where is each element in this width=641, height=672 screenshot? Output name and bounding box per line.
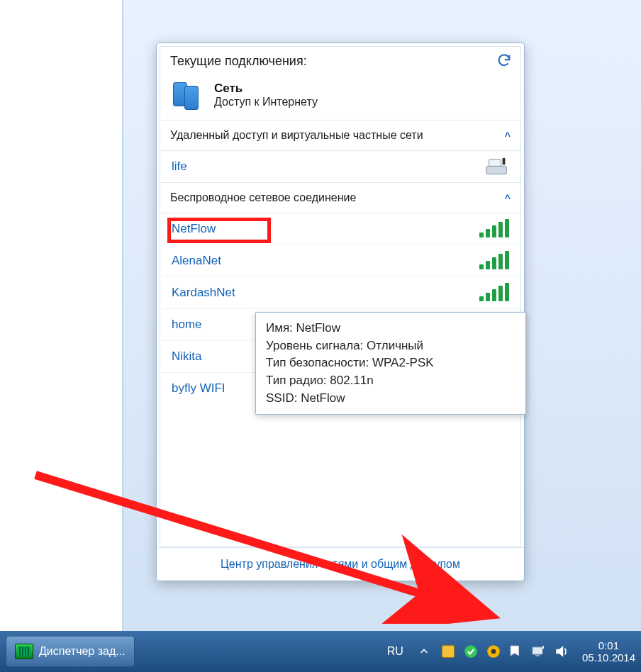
modem-icon [484, 157, 511, 177]
svg-rect-0 [486, 166, 507, 174]
clock-time: 0:01 [582, 639, 635, 651]
chevron-up-icon: ^ [505, 193, 511, 204]
wifi-item-label: home [172, 318, 202, 331]
wifi-item-label: byfly WIFI [172, 381, 225, 395]
action-center-icon[interactable] [508, 644, 524, 659]
current-connections-header: Текущие подключения: [160, 47, 520, 76]
svg-rect-2 [503, 158, 506, 165]
volume-icon[interactable] [554, 644, 569, 659]
wifi-item-alenanet[interactable]: AlenaNet [160, 245, 520, 276]
wifi-item-label: AlenaNet [172, 254, 221, 267]
chevron-up-icon: ^ [505, 130, 511, 142]
network-tray-icon[interactable] [531, 644, 547, 659]
dialup-item-label: life [172, 159, 187, 173]
svg-rect-11 [542, 646, 544, 649]
network-list-scroll[interactable]: Текущие подключения: Сеть Доступ к Интер… [160, 46, 521, 547]
tray-app-icon-2[interactable] [463, 644, 479, 659]
left-panel [0, 0, 123, 672]
network-name: Сеть [214, 82, 318, 96]
taskbar-button-task-manager[interactable]: Диспетчер зад... [6, 636, 135, 667]
svg-point-6 [464, 645, 477, 658]
wifi-item-label: Nikita [172, 349, 202, 363]
current-connection-row: Сеть Доступ к Интернету [160, 76, 520, 120]
dialup-vpn-section[interactable]: Удаленный доступ и виртуальные частные с… [160, 121, 520, 150]
svg-point-8 [491, 649, 496, 654]
clock-date: 05.10.2014 [582, 651, 635, 663]
network-sharing-center-link[interactable]: Центр управления сетями и общим доступом [157, 547, 524, 581]
svg-rect-5 [442, 645, 455, 658]
wireless-section-label: Беспроводное сетевое соединение [170, 191, 356, 203]
svg-rect-9 [533, 647, 542, 654]
svg-rect-10 [535, 655, 540, 656]
network-computers-icon [172, 80, 204, 110]
wifi-item-label: KardashNet [172, 286, 235, 299]
svg-rect-1 [489, 159, 501, 167]
refresh-icon[interactable] [496, 52, 512, 68]
network-status: Доступ к Интернету [214, 96, 318, 108]
wifi-signal-icon [479, 284, 509, 305]
tray-chevron-icon[interactable] [416, 644, 432, 659]
taskbar: Диспетчер зад... RU [0, 631, 641, 672]
wifi-item-kardashnet[interactable]: KardashNet [160, 276, 520, 308]
network-tooltip: Имя: NetFlow Уровень сигнала: Отличный Т… [255, 312, 526, 415]
dialup-item-life[interactable]: life [160, 150, 520, 182]
taskbar-clock[interactable]: 0:01 05.10.2014 [578, 639, 635, 664]
wifi-item-label: NetFlow [172, 222, 216, 235]
wireless-section[interactable]: Беспроводное сетевое соединение ^ [160, 183, 520, 213]
language-indicator[interactable]: RU [383, 642, 408, 661]
wifi-item-netflow[interactable]: NetFlow [160, 213, 520, 245]
footer-link-label: Центр управления сетями и общим доступом [221, 558, 460, 570]
task-manager-icon [15, 644, 33, 659]
tray-app-icon-1[interactable] [440, 644, 456, 659]
taskbar-button-label: Диспетчер зад... [39, 645, 126, 658]
dialup-section-label: Удаленный доступ и виртуальные частные с… [170, 129, 423, 141]
system-tray: RU 0:01 05.10.2014 [383, 639, 635, 664]
tray-app-icon-3[interactable] [486, 644, 501, 659]
wifi-signal-icon [479, 252, 509, 273]
wifi-signal-icon [479, 220, 509, 241]
current-connections-title: Текущие подключения: [170, 54, 307, 69]
